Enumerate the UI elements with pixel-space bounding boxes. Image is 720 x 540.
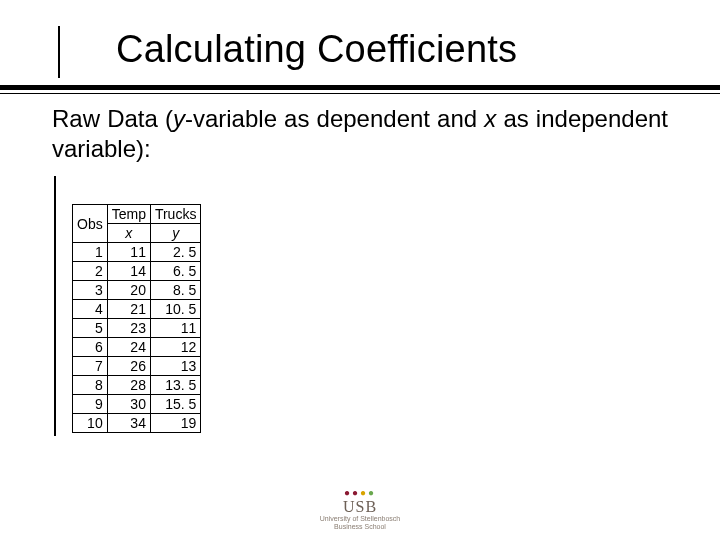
table-body: 1112. 5 2146. 5 3208. 5 42110. 5 52311 6…: [73, 243, 201, 433]
cell-obs: 4: [73, 300, 108, 319]
rule-thick: [0, 85, 720, 90]
title-underline: [0, 85, 720, 94]
logo-dots-icon: ●●●●: [320, 488, 401, 499]
table-row: 1112. 5: [73, 243, 201, 262]
cell-x: 21: [107, 300, 150, 319]
title-area: Calculating Coefficients: [0, 0, 720, 71]
table-row: 3208. 5: [73, 281, 201, 300]
table-row: 52311: [73, 319, 201, 338]
cell-obs: 1: [73, 243, 108, 262]
subtitle-y: y: [173, 105, 185, 132]
cell-x: 26: [107, 357, 150, 376]
data-table-wrap: Obs Temp Trucks x y 1112. 5 2146. 5 3208…: [72, 204, 201, 433]
cell-x: 11: [107, 243, 150, 262]
subtitle-mid1: -variable as dependent and: [185, 105, 484, 132]
table-row: 42110. 5: [73, 300, 201, 319]
cell-obs: 7: [73, 357, 108, 376]
body-vertical-rule: [54, 176, 56, 436]
cell-y: 12: [150, 338, 200, 357]
cell-obs: 9: [73, 395, 108, 414]
cell-x: 34: [107, 414, 150, 433]
logo-line1: University of Stellenbosch: [320, 515, 401, 522]
subtitle-x: x: [484, 105, 496, 132]
cell-x: 30: [107, 395, 150, 414]
cell-x: 24: [107, 338, 150, 357]
cell-y: 6. 5: [150, 262, 200, 281]
footer-logo: ●●●● USB University of Stellenbosch Busi…: [320, 488, 401, 530]
subtitle-pre: Raw Data (: [52, 105, 173, 132]
cell-y: 8. 5: [150, 281, 200, 300]
subtitle-text: Raw Data (y-variable as dependent and x …: [52, 104, 668, 164]
subheader-x: x: [107, 224, 150, 243]
col-header-trucks: Trucks: [150, 205, 200, 224]
cell-y: 11: [150, 319, 200, 338]
cell-obs: 3: [73, 281, 108, 300]
slide-title: Calculating Coefficients: [60, 28, 720, 71]
cell-y: 10. 5: [150, 300, 200, 319]
logo-line2: Business School: [320, 523, 401, 530]
cell-y: 19: [150, 414, 200, 433]
cell-obs: 10: [73, 414, 108, 433]
cell-obs: 6: [73, 338, 108, 357]
table-header-row: Obs Temp Trucks: [73, 205, 201, 224]
cell-obs: 5: [73, 319, 108, 338]
cell-x: 20: [107, 281, 150, 300]
cell-x: 14: [107, 262, 150, 281]
logo-brand: USB: [320, 499, 401, 516]
subheader-y: y: [150, 224, 200, 243]
data-table: Obs Temp Trucks x y 1112. 5 2146. 5 3208…: [72, 204, 201, 433]
title-vertical-rule: [58, 26, 60, 78]
col-header-obs: Obs: [73, 205, 108, 243]
body-area: Raw Data (y-variable as dependent and x …: [0, 94, 720, 164]
table-row: 93015. 5: [73, 395, 201, 414]
cell-x: 23: [107, 319, 150, 338]
cell-y: 13. 5: [150, 376, 200, 395]
table-row: 62412: [73, 338, 201, 357]
cell-x: 28: [107, 376, 150, 395]
cell-y: 2. 5: [150, 243, 200, 262]
table-row: 103419: [73, 414, 201, 433]
cell-y: 15. 5: [150, 395, 200, 414]
slide: Calculating Coefficients Raw Data (y-var…: [0, 0, 720, 540]
cell-y: 13: [150, 357, 200, 376]
cell-obs: 8: [73, 376, 108, 395]
table-row: 82813. 5: [73, 376, 201, 395]
col-header-temp: Temp: [107, 205, 150, 224]
cell-obs: 2: [73, 262, 108, 281]
table-row: 2146. 5: [73, 262, 201, 281]
table-row: 72613: [73, 357, 201, 376]
